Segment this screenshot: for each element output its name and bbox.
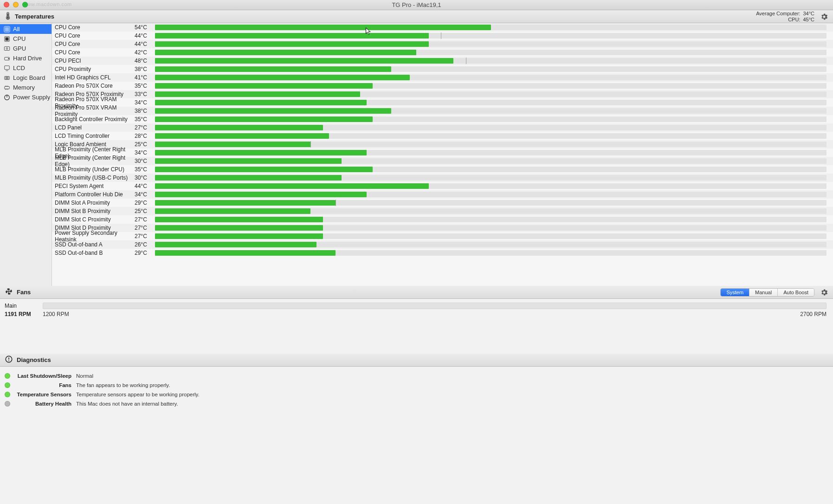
diagnostic-row: Last Shutdown/SleepNormal [5,371,827,381]
fan-mode-manual[interactable]: Manual [749,289,778,296]
sensor-row: MLB Proximity (USB-C Ports)30°C [52,174,833,182]
sensor-bar [155,242,827,247]
sensor-row: SSD Out-of-band A26°C [52,240,833,249]
sidebar-item-label: Hard Drive [13,55,42,62]
svg-rect-3 [5,27,9,31]
sidebar-item-power-supply[interactable]: Power Supply [0,92,52,102]
sensor-temp: 29°C [135,200,155,206]
sensor-name: CPU Proximity [55,66,135,72]
sensor-name: CPU Core [55,49,135,56]
sensor-bar [155,208,827,214]
diagnostic-label: Last Shutdown/Sleep [16,373,71,379]
sensor-bar [155,192,827,197]
sensor-row: Radeon Pro 570X Proximity33°C [52,90,833,98]
svg-rect-5 [6,37,9,40]
sensor-name: Platform Controller Hub Die [55,191,135,198]
sensor-row: CPU Proximity38°C [52,65,833,73]
sensor-temp: 27°C [135,233,155,239]
sensor-row: CPU Core44°C [52,32,833,40]
sensor-bar [155,233,827,239]
sidebar-item-all[interactable]: All [0,24,52,34]
sidebar-item-gpu[interactable]: GPU [0,44,52,53]
sensor-name: MLB Proximity (Under CPU) [55,166,135,173]
minimize-window-icon[interactable] [13,2,19,7]
category-icon [4,94,10,101]
sensor-temp: 27°C [135,225,155,231]
svg-point-25 [8,291,9,292]
window-titlebar: www.macdown.com TG Pro - iMac19,1 [0,0,833,10]
diagnostic-value: The fan appears to be working properly. [76,382,170,388]
sidebar-item-label: GPU [13,45,26,52]
close-window-icon[interactable] [4,2,9,7]
sensor-name: MLB Proximity (Center Right Edge) [55,155,135,168]
fans-title: Fans [17,289,31,296]
sensor-bar [155,41,827,47]
sensor-row: MLB Proximity (Under CPU)35°C [52,165,833,174]
sensor-bar [155,250,827,256]
sensor-name: CPU PECI [55,58,135,64]
fan-mode-segmented-control[interactable]: SystemManualAuto Boost [720,288,814,297]
diagnostic-value: This Mac does not have an internal batte… [76,401,178,407]
sidebar-item-memory[interactable]: Memory [0,83,52,92]
diagnostic-row: Temperature SensorsTemperature sensors a… [5,390,827,399]
category-icon [4,55,10,62]
sidebar-item-hard-drive[interactable]: Hard Drive [0,53,52,63]
sensor-bar [155,50,827,55]
sensor-name: CPU Core [55,24,135,31]
sidebar-item-logic-board[interactable]: Logic Board [0,73,52,83]
gear-icon[interactable] [820,13,828,21]
sensor-temp: 33°C [135,91,155,97]
sensor-temp: 44°C [135,183,155,189]
sensor-bar [155,75,827,80]
sidebar-item-label: LCD [13,65,25,71]
svg-point-7 [6,47,8,49]
sensor-name: DIMM Slot C Proximity [55,216,135,223]
sidebar-item-lcd[interactable]: LCD [0,63,52,73]
sidebar-item-label: Power Supply [13,94,50,101]
sensor-bar [155,108,827,114]
sensor-temp: 27°C [135,216,155,223]
sensor-name: Intel HD Graphics CFL [55,74,135,81]
diagnostic-label: Temperature Sensors [16,392,71,397]
avg-value: 34°C [803,11,814,17]
sensor-bar [155,217,827,222]
watermark-text: www.macdown.com [23,1,72,7]
sensor-row: MLB Proximity (Center Right Edge)30°C [52,157,833,165]
gear-icon[interactable] [820,288,828,297]
fan-min-rpm: 1200 RPM [43,311,69,317]
sensor-temp: 34°C [135,99,155,106]
sensor-temp: 26°C [135,241,155,248]
fan-current-rpm: 1191 RPM [5,311,37,317]
svg-point-0 [7,17,9,19]
sensor-name: LCD Timing Controller [55,133,135,139]
sensor-name: LCD Panel [55,124,135,131]
fan-icon [5,287,13,297]
fan-mode-auto-boost[interactable]: Auto Boost [778,289,814,296]
sensor-temp: 35°C [135,83,155,89]
sidebar-item-cpu[interactable]: CPU [0,34,52,44]
sensor-row: DIMM Slot A Proximity29°C [52,199,833,207]
sensor-name: SSD Out-of-band A [55,241,135,248]
category-sidebar: AllCPUGPUHard DriveLCDLogic BoardMemoryP… [0,23,52,286]
sensor-name: DIMM Slot A Proximity [55,200,135,206]
sensor-row: Platform Controller Hub Die34°C [52,190,833,199]
sensor-bar [155,58,827,64]
sensor-temp: 35°C [135,166,155,173]
sensor-bar [155,150,827,155]
category-icon [4,65,10,71]
sensor-temp: 28°C [135,133,155,139]
fan-rpm-bar[interactable] [43,303,827,309]
sensor-row: DIMM Slot D Proximity27°C [52,224,833,232]
svg-rect-10 [5,65,10,69]
fans-body: Main1191 RPM1200 RPM2700 RPM [0,299,833,326]
sensor-bar [155,183,827,189]
status-dot-icon [5,382,10,388]
fan-mode-system[interactable]: System [721,289,749,296]
sensor-bar [155,133,827,139]
category-icon [4,45,10,52]
sensor-bar [155,91,827,97]
sidebar-item-label: All [13,26,19,32]
sensor-name: CPU Core [55,32,135,39]
sensor-temp: 44°C [135,41,155,47]
category-icon [4,84,10,91]
